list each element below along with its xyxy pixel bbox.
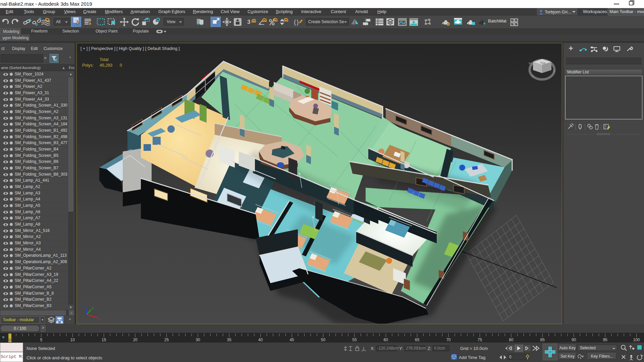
svg-text:65: 65 xyxy=(415,338,420,342)
svg-text:Total: Total xyxy=(100,57,108,62)
svg-text:0: 0 xyxy=(9,338,11,342)
svg-text:x: x xyxy=(98,317,100,321)
svg-text:30: 30 xyxy=(196,338,200,342)
svg-text:15: 15 xyxy=(102,338,106,342)
svg-text:50: 50 xyxy=(321,338,326,342)
svg-text:85: 85 xyxy=(540,338,545,342)
svg-text:100: 100 xyxy=(633,338,640,342)
svg-text:10: 10 xyxy=(70,338,75,342)
svg-text:S: S xyxy=(532,75,534,78)
svg-text:20: 20 xyxy=(133,338,138,342)
svg-text:5: 5 xyxy=(40,338,43,342)
svg-text:25: 25 xyxy=(164,338,169,342)
svg-text:E: E xyxy=(553,69,555,73)
svg-text:75: 75 xyxy=(478,338,482,342)
svg-text:}: } xyxy=(297,18,299,25)
svg-text:45: 45 xyxy=(289,338,294,342)
svg-text:z: z xyxy=(83,304,85,308)
svg-text:60: 60 xyxy=(384,338,388,342)
svg-text:80: 80 xyxy=(509,338,514,342)
svg-text:Polys:: Polys: xyxy=(82,63,94,68)
svg-text:55: 55 xyxy=(352,338,357,342)
svg-text:45,293: 45,293 xyxy=(100,63,112,68)
svg-text:3: 3 xyxy=(247,19,251,25)
svg-text:0: 0 xyxy=(120,63,122,68)
svg-text:95: 95 xyxy=(603,338,607,342)
svg-text:y: y xyxy=(92,306,94,310)
svg-text:{: { xyxy=(294,18,296,25)
svg-text:W: W xyxy=(529,62,532,65)
svg-text:40: 40 xyxy=(258,338,263,342)
svg-text:[ + ] [ Perspective ] [ High Q: [ + ] [ Perspective ] [ High Quality ] [… xyxy=(80,46,180,51)
svg-text:90: 90 xyxy=(572,338,576,342)
svg-text:70: 70 xyxy=(446,338,451,342)
svg-text:35: 35 xyxy=(227,338,232,342)
